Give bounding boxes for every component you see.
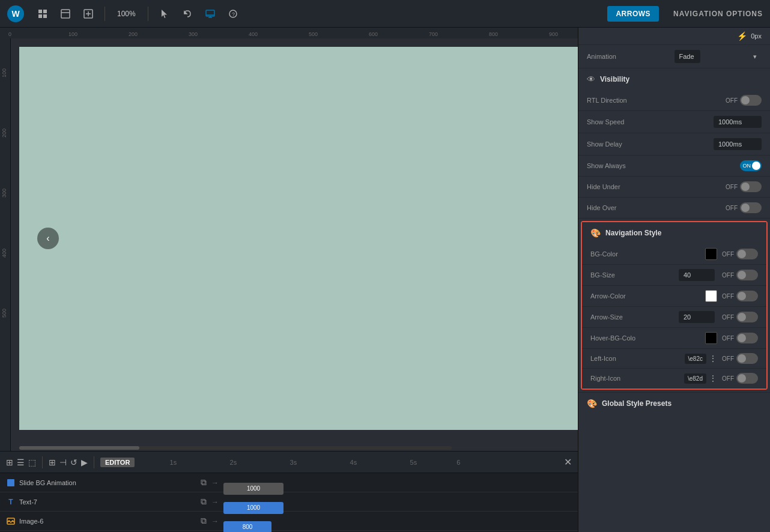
main-area: 0 100 200 300 400 500 600 700 800 900 10… bbox=[0, 28, 770, 532]
show-always-toggle[interactable]: ON bbox=[740, 160, 762, 171]
ruler-100: 100 bbox=[68, 31, 77, 37]
arrow-color-swatch[interactable] bbox=[705, 290, 717, 302]
ruler-900: 900 bbox=[549, 31, 558, 37]
copy-icon[interactable]: ⧉ bbox=[201, 497, 207, 507]
bg-size-value[interactable]: 40 bbox=[679, 269, 715, 281]
right-icon-code[interactable]: \e82d bbox=[684, 373, 706, 384]
folder-icon[interactable]: ⬚ bbox=[28, 458, 36, 467]
row-label-text7: Text-7 bbox=[19, 498, 201, 506]
bg-size-toggle[interactable]: OFF bbox=[722, 270, 758, 280]
left-icon-toggle[interactable]: OFF bbox=[722, 353, 758, 364]
sep1 bbox=[105, 7, 105, 21]
arrows-button[interactable]: ARROWS bbox=[607, 6, 659, 22]
hover-bg-switch[interactable] bbox=[736, 333, 758, 343]
bg-color-swatch[interactable] bbox=[705, 248, 717, 260]
cursor-icon[interactable] bbox=[156, 5, 174, 23]
time-1s: 1s bbox=[143, 459, 203, 466]
right-icon-toggle[interactable]: OFF bbox=[722, 373, 758, 384]
scrollbar-thumb-h[interactable] bbox=[19, 446, 139, 450]
refresh-icon[interactable]: ↺ bbox=[70, 458, 77, 467]
hover-bg-toggle[interactable]: OFF bbox=[722, 333, 758, 343]
time-3s: 3s bbox=[263, 459, 323, 466]
arrow-color-switch[interactable] bbox=[736, 291, 758, 301]
bg-color-knob bbox=[738, 250, 746, 258]
hide-under-off-text: OFF bbox=[726, 184, 738, 190]
global-presets-icon: 🎨 bbox=[587, 399, 597, 408]
ruler-500: 500 bbox=[309, 31, 318, 37]
layers-icon[interactable]: ⊞ bbox=[6, 458, 13, 467]
hide-over-toggle[interactable]: OFF bbox=[726, 202, 762, 213]
timeline-rows: Slide BG Animation ⧉ → 1000 T Text-7 ⧉ → bbox=[0, 473, 578, 532]
bg-color-off-text: OFF bbox=[722, 251, 734, 258]
right-icon-knob bbox=[738, 374, 746, 382]
hide-under-toggle[interactable]: OFF bbox=[726, 181, 762, 192]
right-panel: ⚡ 0px Animation Fade Slide None 👁 Visibi… bbox=[578, 28, 770, 532]
row-bar-image6[interactable]: 800 bbox=[223, 521, 271, 533]
visibility-section-header[interactable]: 👁 Visibility bbox=[578, 68, 770, 90]
svg-rect-16 bbox=[7, 479, 14, 486]
grid-icon[interactable] bbox=[34, 5, 52, 23]
row-label-image6: Image-6 bbox=[19, 518, 201, 525]
left-icon-knob bbox=[738, 354, 746, 363]
canvas-viewport: 100 200 300 400 500 ‹ bbox=[0, 38, 578, 451]
rtl-knob bbox=[741, 96, 750, 104]
on-label: ON bbox=[743, 163, 751, 169]
nav-style-header[interactable]: 🎨 Navigation Style bbox=[582, 222, 766, 244]
show-speed-value[interactable]: 1000ms bbox=[714, 116, 762, 128]
palette-icon: 🎨 bbox=[590, 228, 601, 238]
undo-icon[interactable] bbox=[178, 5, 196, 23]
row-bar-text7[interactable]: 1000 bbox=[223, 502, 283, 514]
bg-color-toggle[interactable]: OFF bbox=[722, 249, 758, 259]
svg-rect-2 bbox=[38, 14, 42, 18]
horizontal-ruler: 0 100 200 300 400 500 600 700 800 900 bbox=[0, 28, 578, 38]
left-icon-switch[interactable] bbox=[736, 353, 758, 364]
global-presets-section[interactable]: 🎨 Global Style Presets bbox=[578, 392, 770, 414]
zoom-level: 100% bbox=[117, 10, 136, 18]
show-delay-value[interactable]: 1000ms bbox=[714, 138, 762, 150]
bg-color-switch[interactable] bbox=[736, 249, 758, 259]
arrow-color-toggle[interactable]: OFF bbox=[722, 291, 758, 301]
arrow-size-toggle[interactable]: OFF bbox=[722, 312, 758, 322]
visibility-title: Visibility bbox=[600, 75, 629, 83]
arrow-color-row: Arrow-Color OFF bbox=[582, 286, 766, 307]
rtl-off-text: OFF bbox=[726, 97, 738, 104]
wp-logo[interactable]: W bbox=[7, 5, 24, 22]
row-bar-slide[interactable]: 1000 bbox=[223, 483, 283, 495]
hide-under-row: Hide Under OFF bbox=[578, 177, 770, 198]
timeline-close-icon[interactable]: ✕ bbox=[564, 456, 572, 468]
left-icon-code[interactable]: \e82c bbox=[685, 354, 706, 364]
add-icon[interactable] bbox=[79, 5, 97, 23]
play-icon[interactable]: ▶ bbox=[81, 458, 88, 467]
filter-row: ⚡ 0px bbox=[578, 28, 770, 45]
grid2-icon[interactable]: ⊞ bbox=[49, 458, 56, 467]
rtl-toggle-switch[interactable] bbox=[740, 95, 762, 106]
arrow-left-button[interactable]: ‹ bbox=[37, 228, 59, 249]
hover-bg-swatch[interactable] bbox=[705, 332, 717, 344]
hover-bg-label: Hover-BG-Colo bbox=[590, 334, 705, 342]
canvas-area: 0 100 200 300 400 500 600 700 800 900 10… bbox=[0, 28, 578, 532]
slide-canvas: ‹ bbox=[19, 47, 578, 430]
animation-select[interactable]: Fade Slide None bbox=[675, 50, 700, 63]
right-icon-switch[interactable] bbox=[736, 373, 758, 384]
hide-under-switch[interactable] bbox=[740, 181, 762, 192]
list-icon[interactable]: ☰ bbox=[17, 458, 25, 467]
right-icon-more[interactable]: ⋮ bbox=[709, 373, 717, 383]
help-icon[interactable]: ? bbox=[224, 5, 242, 23]
arrow-size-switch[interactable] bbox=[736, 312, 758, 322]
bg-size-switch[interactable] bbox=[736, 270, 758, 280]
left-icon-more[interactable]: ⋮ bbox=[709, 354, 717, 363]
hide-over-switch[interactable] bbox=[740, 202, 762, 213]
rtl-label: RTL Direction bbox=[587, 97, 726, 104]
arrow-size-value[interactable]: 20 bbox=[679, 311, 715, 323]
layout-icon[interactable] bbox=[56, 5, 74, 23]
rtl-toggle[interactable]: OFF bbox=[726, 95, 762, 106]
monitor-icon[interactable] bbox=[201, 5, 219, 23]
table-row: Image-6 ⧉ → 800 bbox=[0, 512, 578, 531]
copy-icon[interactable]: ⧉ bbox=[201, 477, 207, 488]
scrollbar-h[interactable] bbox=[19, 446, 452, 450]
timeline: ⊞ ☰ ⬚ ⊞ ⊣ ↺ ▶ EDITOR 1s 2s 3s 4s 5s 6 ✕ bbox=[0, 451, 578, 532]
svg-rect-0 bbox=[38, 10, 42, 13]
copy-icon[interactable]: ⧉ bbox=[201, 516, 207, 526]
editor-badge: EDITOR bbox=[100, 458, 135, 467]
step-back-icon[interactable]: ⊣ bbox=[59, 458, 67, 467]
